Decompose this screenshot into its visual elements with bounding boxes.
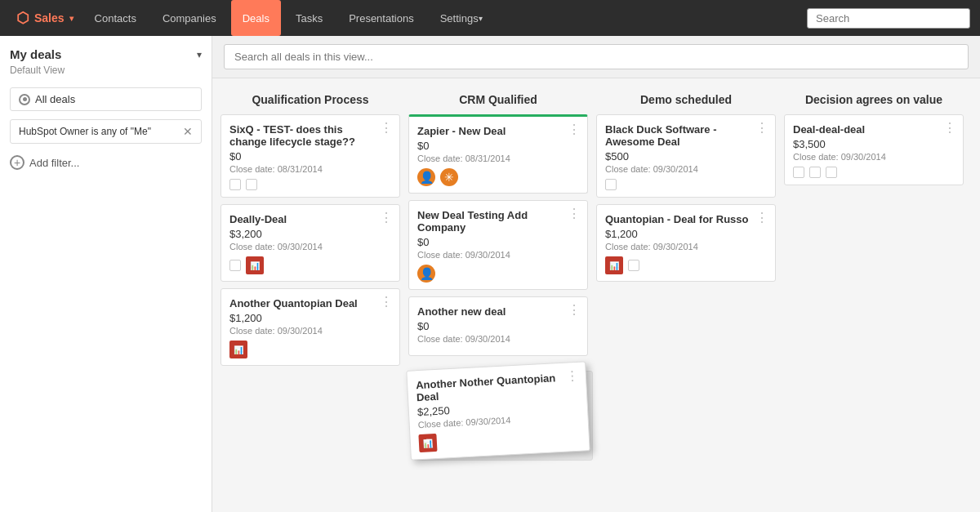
nav-brand[interactable]: ⬡ Sales ▾ [10, 9, 80, 27]
user-avatar: 👤 [417, 265, 435, 283]
column-cards-crm: ⋮ Zapier - New Deal $0 Close date: 08/31… [408, 114, 588, 512]
column-cards-demo: ⋮ Black Duck Software - Awesome Deal $50… [596, 114, 776, 512]
nav-presentations[interactable]: Presentations [337, 0, 425, 36]
deal-close-date: Close date: 09/30/2014 [229, 326, 391, 336]
column-demo-scheduled: Demo scheduled ⋮ Black Duck Software - A… [596, 87, 776, 512]
deal-name: Deally-Deal [229, 213, 380, 225]
main-content: Qualification Process ⋮ SixQ - TEST- doe… [212, 36, 980, 512]
deal-close-date: Close date: 09/30/2014 [605, 242, 767, 252]
deal-name: Quantopian - Deal for Russo [605, 213, 755, 225]
sidebar-subtitle: Default View [10, 65, 202, 76]
deal-amount: $3,500 [793, 138, 955, 150]
deal-card[interactable]: ⋮ Another Quantopian Deal $1,200 Close d… [220, 288, 400, 366]
all-deals-filter[interactable]: All deals [10, 87, 202, 111]
deal-search-bar [212, 36, 980, 78]
column-decision: Decision agrees on value ⋮ Deal-deal-dea… [784, 87, 964, 512]
hubspot-owner-filter: HubSpot Owner is any of "Me" ✕ [10, 119, 202, 144]
nav-contacts[interactable]: Contacts [83, 0, 148, 36]
deal-amount: $0 [229, 150, 391, 163]
deal-footer: 📊 [229, 341, 391, 358]
dragging-deal-card[interactable]: ⋮ Another Nother Quantopian Deal $2,250 … [406, 361, 590, 460]
deal-footer [229, 179, 391, 190]
nav-tasks[interactable]: Tasks [284, 0, 334, 36]
deal-amount: $3,200 [229, 228, 391, 240]
nav-companies[interactable]: Companies [151, 0, 228, 36]
deal-card[interactable]: ⋮ Another new deal $0 Close date: 09/30/… [408, 296, 588, 356]
card-menu-icon[interactable]: ⋮ [380, 211, 393, 225]
deal-checkbox[interactable] [826, 167, 837, 178]
deal-footer: 📊 [418, 426, 581, 452]
card-menu-icon[interactable]: ⋮ [380, 122, 393, 135]
app-body: My deals ▾ Default View All deals HubSpo… [0, 36, 980, 512]
plus-icon: + [10, 155, 24, 170]
add-filter-button[interactable]: + Add filter... [10, 152, 202, 173]
deal-name: New Deal Testing Add Company [417, 209, 568, 234]
deal-close-date: Close date: 08/31/2014 [229, 164, 391, 174]
chart-icon: 📊 [418, 434, 437, 452]
card-menu-icon[interactable]: ⋮ [943, 122, 956, 135]
deal-card[interactable]: ⋮ New Deal Testing Add Company $0 Close … [408, 200, 588, 290]
nav-deals[interactable]: Deals [231, 0, 281, 36]
deal-card[interactable]: ⋮ SixQ - TEST- does this change lifecycl… [220, 114, 400, 198]
column-header-crm: CRM Qualified [408, 87, 588, 114]
add-filter-label: Add filter... [29, 157, 79, 169]
deal-close-date: Close date: 09/30/2014 [793, 152, 955, 162]
deal-checkbox[interactable] [793, 167, 804, 178]
card-menu-icon[interactable]: ⋮ [755, 122, 768, 135]
dragging-card-wrapper: ⋮ Another Nother Quantopian Deal $2,250 … [408, 366, 588, 456]
brand-label: Sales [34, 11, 65, 24]
deal-checkbox[interactable] [605, 179, 617, 190]
chart-icon: 📊 [605, 256, 623, 274]
deal-card[interactable]: ⋮ Black Duck Software - Awesome Deal $50… [596, 114, 776, 198]
deal-checkbox[interactable] [246, 179, 257, 190]
kanban-board: Qualification Process ⋮ SixQ - TEST- doe… [212, 78, 980, 512]
remove-filter-button[interactable]: ✕ [183, 125, 193, 138]
deal-card[interactable]: ⋮ Quantopian - Deal for Russo $1,200 Clo… [596, 204, 776, 282]
brand-arrow-icon: ▾ [69, 14, 74, 23]
deal-amount: $0 [417, 140, 579, 152]
card-menu-icon[interactable]: ⋮ [568, 207, 581, 220]
column-cards-decision: ⋮ Deal-deal-deal $3,500 Close date: 09/3… [784, 114, 964, 512]
nav-search-input[interactable] [807, 8, 970, 29]
deal-footer: 📊 [605, 256, 767, 274]
deal-footer: 👤 ✳ [417, 168, 579, 186]
column-header-qualification: Qualification Process [220, 87, 400, 114]
navbar: ⬡ Sales ▾ Contacts Companies Deals Tasks… [0, 0, 980, 36]
column-cards-qualification: ⋮ SixQ - TEST- does this change lifecycl… [220, 114, 400, 512]
deal-checkbox[interactable] [229, 260, 241, 271]
card-menu-icon[interactable]: ⋮ [755, 211, 768, 225]
sidebar-title-row: My deals ▾ [10, 47, 202, 61]
deal-card[interactable]: ⋮ Deal-deal-deal $3,500 Close date: 09/3… [784, 114, 964, 185]
deal-amount: $500 [605, 150, 767, 163]
deal-amount: $0 [417, 236, 579, 248]
deal-name: Zapier - New Deal [417, 125, 568, 137]
deal-name: Another new deal [417, 305, 568, 318]
deal-amount: $1,200 [605, 228, 767, 240]
sidebar-title-arrow-icon[interactable]: ▾ [197, 49, 202, 60]
column-qualification: Qualification Process ⋮ SixQ - TEST- doe… [220, 87, 400, 512]
deal-checkbox[interactable] [229, 179, 241, 190]
deal-name: Another Quantopian Deal [229, 297, 380, 309]
card-menu-icon[interactable]: ⋮ [380, 296, 393, 309]
nav-settings[interactable]: Settings [429, 0, 494, 36]
deal-checkbox[interactable] [809, 167, 821, 178]
card-menu-icon[interactable]: ⋮ [568, 304, 581, 317]
chart-icon: 📊 [229, 341, 247, 358]
deal-name: Black Duck Software - Awesome Deal [605, 123, 755, 148]
circle-dot-icon [19, 94, 30, 105]
deal-card[interactable]: ⋮ Zapier - New Deal $0 Close date: 08/31… [408, 114, 588, 194]
user-avatar: 👤 [417, 168, 435, 186]
all-deals-label: All deals [35, 93, 75, 105]
card-menu-icon[interactable]: ⋮ [568, 123, 581, 136]
column-header-decision: Decision agrees on value [784, 87, 964, 114]
chart-icon: 📊 [246, 256, 264, 274]
card-menu-icon[interactable]: ⋮ [565, 369, 579, 383]
deal-name: SixQ - TEST- does this change lifecycle … [229, 123, 380, 148]
deal-footer [605, 179, 767, 190]
deal-footer [793, 167, 955, 178]
deal-close-date: Close date: 09/30/2014 [229, 242, 391, 252]
deal-footer: 📊 [229, 256, 391, 274]
deal-card[interactable]: ⋮ Deally-Deal $3,200 Close date: 09/30/2… [220, 204, 400, 282]
deal-checkbox[interactable] [628, 260, 639, 271]
deal-search-input[interactable] [224, 44, 969, 69]
